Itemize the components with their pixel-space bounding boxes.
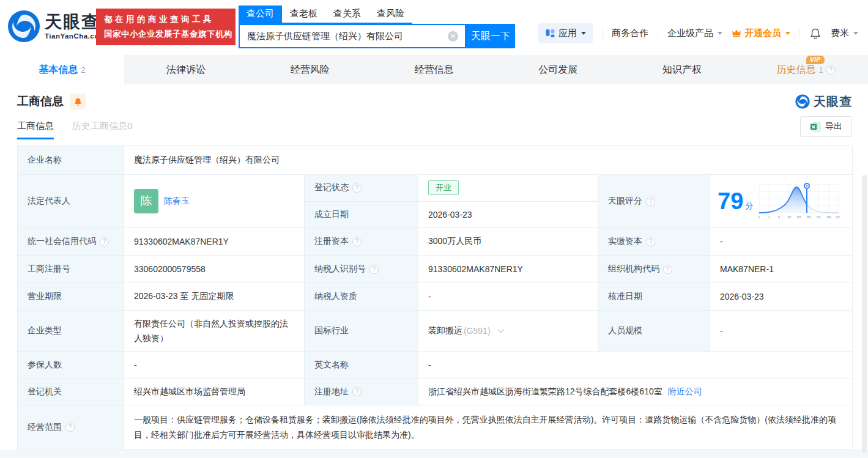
field-value-reg-status: 开业: [418, 175, 598, 202]
field-label-reg-capital: 注册资本?: [305, 228, 418, 256]
tianyancha-logo-icon: [795, 94, 810, 109]
field-label-insured-count: 参保人数: [18, 352, 124, 379]
search-tab-company[interactable]: 查公司: [239, 6, 282, 23]
expand-industry-chevron-icon[interactable]: [497, 327, 503, 333]
status-date-subgrid: 登记状态? 开业 成立日期 2026-03-23: [305, 175, 598, 228]
subscribe-bell-button[interactable]: [70, 94, 86, 109]
nearby-companies-link[interactable]: 附近公司: [668, 386, 702, 397]
help-icon[interactable]: ?: [663, 265, 672, 274]
clear-search-icon[interactable]: ✕: [448, 31, 458, 42]
search-input[interactable]: [240, 25, 442, 47]
nav-user-account[interactable]: 费米: [831, 28, 858, 39]
field-value-staff-size: -: [710, 311, 853, 352]
svg-text:85: 85: [807, 215, 811, 219]
subtab-business-info[interactable]: 工商信息: [17, 120, 54, 139]
field-label-staff-size: 人员规模: [598, 311, 710, 352]
svg-text:50: 50: [797, 215, 801, 219]
score-distribution-chart: 0 1 3 15 50 85 97 99 100: [757, 182, 840, 220]
export-button[interactable]: 导出: [800, 116, 852, 137]
excel-icon: [810, 122, 821, 132]
bell-icon: [809, 28, 822, 40]
search-area: 查公司 查老板 查关系 查风险 ✕ 天眼一下: [239, 6, 515, 48]
field-label-establish-date: 成立日期: [305, 202, 418, 229]
section-title: 工商信息: [17, 94, 64, 109]
help-icon[interactable]: ?: [646, 237, 655, 246]
field-label-business-term: 营业期限: [18, 283, 124, 311]
search-box: ✕: [239, 24, 466, 48]
field-value-business-scope: 一般项目：供应链管理服务；仓储设备租赁服务；装卸搬运(除依法须经批准的项目外，凭…: [124, 405, 853, 449]
search-button[interactable]: 天眼一下: [466, 24, 515, 48]
field-label-reg-number: 工商注册号: [18, 256, 124, 283]
field-value-industry: 装卸搬运(G591): [418, 311, 598, 352]
vip-badge: VIP: [806, 56, 825, 64]
section-head: 工商信息 天眼查: [0, 92, 868, 111]
field-value-reg-capital: 3000万人民币: [418, 228, 598, 256]
help-icon[interactable]: ?: [369, 265, 379, 274]
field-label-tianyan-score: 天眼评分?: [598, 175, 710, 228]
field-value-business-term: 2026-03-23 至 无固定期限: [124, 283, 305, 311]
tianyancha-logo[interactable]: 天眼查 TianYanCha.com: [7, 10, 105, 43]
field-label-reg-authority: 登记机关: [18, 379, 124, 405]
field-value-credit-code: 91330602MAK87NER1Y: [124, 228, 305, 256]
svg-text:1: 1: [768, 215, 771, 219]
field-label-company-type: 企业类型: [18, 311, 124, 352]
field-value-establish-date: 2026-03-23: [418, 202, 598, 229]
tab-count-badge: 1: [819, 65, 823, 75]
chevron-down-icon: [785, 32, 790, 35]
tab-count-badge: 2: [81, 65, 85, 75]
score-unit: 分: [745, 201, 753, 212]
chevron-down-icon: [581, 32, 586, 35]
watermark-text: 天眼查: [814, 94, 852, 110]
subtab-history-business-info[interactable]: 历史工商信息0: [72, 120, 132, 139]
svg-text:99: 99: [827, 215, 831, 219]
divider: [602, 29, 603, 38]
tab-business-risk[interactable]: 经营风险: [248, 55, 372, 84]
notification-bell[interactable]: [809, 28, 822, 40]
tab-business-info[interactable]: 经营信息: [372, 55, 496, 84]
chevron-down-icon: [853, 32, 858, 35]
nav-vip-membership[interactable]: 开通会员: [732, 28, 790, 39]
field-value-company-name: 魔法原子供应链管理（绍兴）有限公司: [124, 146, 853, 175]
help-icon[interactable]: ?: [826, 65, 836, 75]
field-value-tianyan-score: 79 分: [710, 175, 853, 228]
top-header: 天眼查 TianYanCha.com 都在用的商业查询工具 国家中小企业发展子基…: [0, 0, 868, 55]
help-icon[interactable]: ?: [352, 183, 362, 193]
slogan-line-1: 都在用的商业查询工具: [104, 14, 236, 25]
tab-company-development[interactable]: 公司发展: [496, 55, 620, 84]
tab-basic-info[interactable]: 基本信息 2: [0, 55, 124, 84]
help-icon[interactable]: ?: [646, 197, 655, 206]
field-label-business-scope: 经营范围?: [18, 405, 124, 449]
search-tab-risk[interactable]: 查风险: [369, 6, 412, 23]
field-label-credit-code: 统一社会信用代码?: [18, 228, 124, 256]
field-label-approve-date: 核准日期: [598, 283, 710, 311]
field-label-reg-address: 注册地址?: [305, 379, 418, 405]
divider: [799, 29, 800, 38]
tianyancha-watermark: 天眼查: [795, 94, 852, 110]
help-icon[interactable]: ?: [100, 237, 109, 246]
tab-history-info[interactable]: 历史信息 VIP 1 ?: [744, 55, 868, 84]
field-label-company-name: 企业名称: [18, 146, 124, 175]
nav-cooperation[interactable]: 商务合作: [612, 28, 648, 39]
nav-apps-label: 应用: [558, 28, 577, 39]
help-icon[interactable]: ?: [65, 423, 75, 432]
tab-legal-proceedings[interactable]: 法律诉讼: [124, 55, 248, 84]
scrollbar[interactable]: [862, 175, 867, 453]
brand-slogan: 都在用的商业查询工具 国家中小企业发展子基金旗下机构: [96, 9, 236, 45]
field-label-industry: 国标行业: [305, 311, 418, 352]
search-tab-relation[interactable]: 查关系: [325, 6, 369, 23]
legal-rep-avatar[interactable]: 陈: [134, 189, 158, 213]
help-icon[interactable]: ?: [352, 237, 362, 246]
field-value-company-type: 有限责任公司（非自然人投资或控股的法人独资）: [124, 311, 305, 352]
legal-rep-link[interactable]: 陈春玉: [164, 196, 190, 207]
company-detail-tabs: 基本信息 2 法律诉讼 经营风险 经营信息 公司发展 知识产权 历史信息 VIP…: [0, 55, 868, 84]
search-tab-boss[interactable]: 查老板: [282, 6, 325, 23]
nav-apps[interactable]: 应用: [538, 23, 593, 43]
tab-intellectual-property[interactable]: 知识产权: [620, 55, 744, 84]
svg-text:3: 3: [778, 215, 781, 219]
svg-text:97: 97: [817, 215, 821, 219]
nav-enterprise-products[interactable]: 企业级产品: [667, 28, 722, 39]
status-badge: 开业: [428, 180, 459, 195]
help-icon[interactable]: ?: [352, 387, 362, 396]
field-value-paid-capital: -: [710, 228, 853, 256]
score-value: 79: [718, 190, 743, 213]
